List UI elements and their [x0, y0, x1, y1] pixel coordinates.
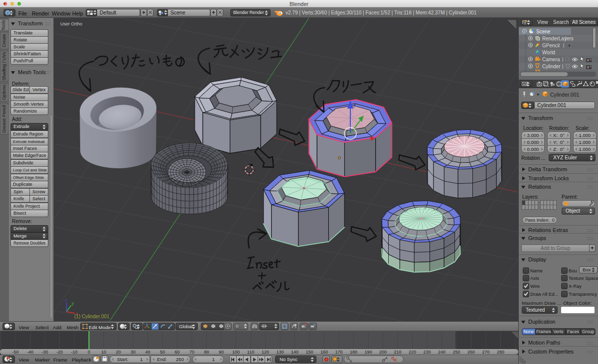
svg-text:-30: -30: [41, 350, 48, 355]
svg-text:160: 160: [320, 350, 328, 355]
svg-text:240: 240: [438, 350, 446, 355]
svg-text:0: 0: [88, 350, 90, 355]
svg-text:270: 270: [482, 350, 489, 355]
svg-text:260: 260: [467, 350, 475, 355]
svg-text:200: 200: [379, 350, 387, 355]
svg-text:170: 170: [335, 350, 342, 355]
svg-text:40: 40: [145, 350, 150, 355]
svg-text:80: 80: [204, 350, 209, 355]
svg-text:50: 50: [160, 350, 165, 355]
svg-text:110: 110: [247, 350, 254, 355]
svg-text:30: 30: [131, 350, 136, 355]
svg-text:-10: -10: [71, 350, 77, 355]
svg-text:60: 60: [174, 350, 179, 355]
svg-text:100: 100: [232, 350, 240, 355]
svg-text:20: 20: [116, 350, 121, 355]
svg-text:90: 90: [219, 350, 224, 355]
svg-text:User Ortho: User Ortho: [60, 21, 82, 26]
svg-text:z: z: [65, 298, 67, 303]
svg-text:150: 150: [305, 350, 313, 355]
svg-text:220: 220: [409, 350, 416, 355]
svg-text:130: 130: [276, 350, 284, 355]
svg-text:i: i: [7, 11, 8, 15]
svg-text:180: 180: [350, 350, 357, 355]
svg-text:280: 280: [497, 350, 504, 355]
svg-text:70: 70: [189, 350, 194, 355]
svg-text:y: y: [72, 301, 74, 306]
svg-text:-20: -20: [56, 350, 63, 355]
svg-text:10: 10: [101, 350, 106, 355]
svg-text:250: 250: [452, 350, 460, 355]
svg-text:-40: -40: [27, 350, 33, 355]
svg-text:(1) Cylinder.001: (1) Cylinder.001: [74, 314, 110, 319]
svg-text:210: 210: [394, 350, 401, 355]
svg-text:140: 140: [291, 350, 299, 355]
svg-text:230: 230: [423, 350, 431, 355]
svg-text:-50: -50: [12, 350, 18, 355]
svg-text:120: 120: [262, 350, 269, 355]
svg-text:190: 190: [364, 350, 372, 355]
